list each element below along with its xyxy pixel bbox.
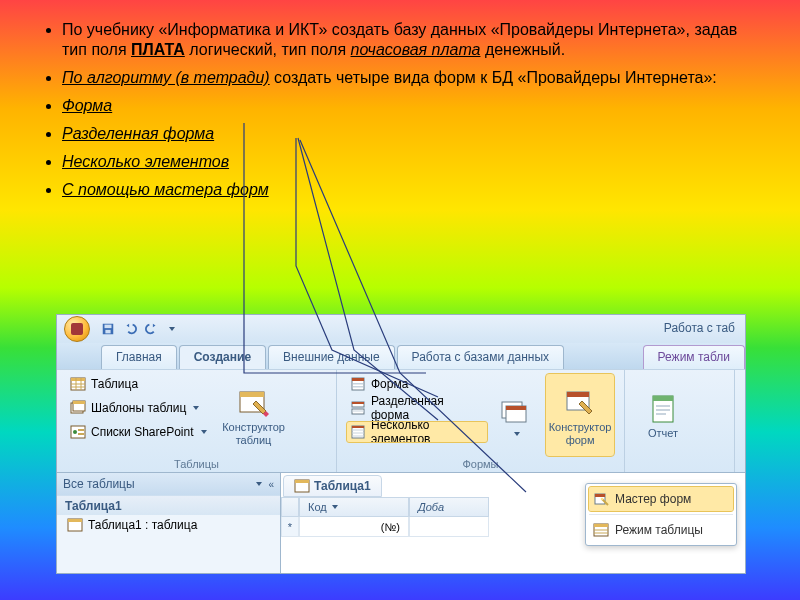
bullet-3: Форма	[62, 96, 760, 116]
qat-dropdown-icon[interactable]	[169, 327, 175, 331]
menu-form-wizard[interactable]: Мастер форм	[589, 487, 733, 511]
cmd-multiple-items[interactable]: Несколько элементов	[347, 422, 487, 442]
bullet-2: По алгоритму (в тетради) создать четыре …	[62, 68, 760, 88]
chevron-down-icon	[201, 430, 207, 434]
menu-datasheet-label: Режим таблицы	[615, 523, 703, 537]
menu-form-wizard-label: Мастер форм	[615, 492, 691, 506]
svg-rect-1	[105, 325, 112, 329]
tab-home[interactable]: Главная	[101, 345, 177, 369]
nav-header-label: Все таблицы	[63, 477, 135, 491]
cmd-table-label: Таблица	[91, 377, 138, 391]
split-form-icon	[350, 400, 366, 416]
datasheet-icon	[593, 522, 609, 538]
svg-rect-40	[656, 413, 666, 415]
chevron-down-icon	[193, 406, 199, 410]
svg-rect-4	[71, 378, 85, 381]
table-icon	[70, 376, 86, 392]
bullet-2-rest: создать четыре вида форм к БД «Провайдер…	[270, 69, 717, 86]
nav-category-label: Таблица1	[65, 499, 122, 513]
svg-rect-21	[353, 386, 363, 388]
svg-rect-2	[105, 330, 110, 334]
tab-external-data[interactable]: Внешние данные	[268, 345, 395, 369]
bullet-1-text-b: логический, тип поля	[185, 41, 351, 58]
tab-database-tools[interactable]: Работа с базами данных	[397, 345, 564, 369]
object-tab-label: Таблица1	[314, 479, 371, 493]
svg-rect-17	[240, 392, 264, 397]
svg-rect-39	[656, 409, 670, 411]
table-icon	[294, 478, 310, 494]
report-icon	[647, 393, 679, 425]
cmd-more-forms[interactable]	[495, 374, 538, 456]
svg-rect-19	[352, 378, 364, 381]
cmd-form-label: Форма	[371, 377, 408, 391]
svg-rect-11	[73, 401, 85, 404]
col-add-new[interactable]: Доба	[409, 497, 489, 517]
ribbon: Таблица Шаблоны таблиц Списки SharePoint…	[57, 369, 745, 473]
cmd-form-design[interactable]: Конструктор форм	[546, 374, 614, 456]
chevron-down-icon	[256, 482, 262, 486]
svg-point-13	[73, 430, 77, 434]
cmd-sharepoint-lists[interactable]: Списки SharePoint	[67, 422, 210, 442]
redo-icon[interactable]	[145, 322, 159, 336]
nav-category[interactable]: Таблица1	[57, 495, 280, 515]
bullet-1-strong: ПЛАТА	[131, 41, 185, 58]
svg-rect-37	[653, 396, 673, 401]
svg-rect-49	[594, 524, 608, 527]
nav-header[interactable]: Все таблицы «	[57, 473, 280, 495]
cell-id-new[interactable]: (№)	[299, 517, 409, 537]
cmd-sharepoint-label: Списки SharePoint	[91, 425, 194, 439]
nav-item-table1[interactable]: Таблица1 : таблица	[57, 515, 280, 535]
shutter-bar-icon[interactable]: «	[268, 479, 274, 490]
contextual-title: Работа с таб	[664, 321, 735, 335]
wizard-icon	[593, 491, 609, 507]
bullet-1-text-c: денежный.	[480, 41, 565, 58]
more-forms-menu: Мастер форм Режим таблицы	[585, 483, 737, 546]
svg-rect-44	[295, 480, 309, 483]
cmd-table-design-label: Конструктор таблиц	[218, 421, 290, 445]
select-all-cell[interactable]	[281, 497, 299, 517]
svg-point-47	[601, 498, 604, 501]
sharepoint-icon	[70, 424, 86, 440]
menu-datasheet[interactable]: Режим таблицы	[589, 518, 733, 542]
bullet-5: Несколько элементов	[62, 152, 760, 172]
cmd-table-design[interactable]: Конструктор таблиц	[218, 374, 290, 456]
object-tab-table1[interactable]: Таблица1	[283, 475, 382, 497]
access-screenshot: Работа с таб Главная Создание Внешние да…	[56, 314, 746, 574]
group-tables: Таблица Шаблоны таблиц Списки SharePoint…	[57, 370, 337, 472]
group-forms-label: Формы	[337, 458, 624, 470]
cmd-report[interactable]: Отчет	[635, 374, 691, 456]
bullet-6: С помощью мастера форм	[62, 180, 760, 200]
undo-icon[interactable]	[123, 322, 137, 336]
tab-create[interactable]: Создание	[179, 345, 266, 369]
office-button[interactable]	[57, 315, 97, 343]
quick-access-toolbar	[97, 322, 175, 336]
table-icon	[67, 517, 83, 533]
table-design-icon	[238, 387, 270, 419]
bullet-1-em: почасовая плата	[351, 41, 481, 58]
bullet-4: Разделенная форма	[62, 124, 760, 144]
save-icon[interactable]	[101, 322, 115, 336]
title-bar: Работа с таб	[57, 315, 745, 343]
svg-rect-38	[656, 405, 670, 407]
cmd-table-templates[interactable]: Шаблоны таблиц	[67, 398, 210, 418]
nav-item-label: Таблица1 : таблица	[88, 518, 197, 532]
cell-add-new[interactable]	[409, 517, 489, 537]
tab-contextual-datasheet[interactable]: Режим табли	[643, 345, 745, 369]
cmd-multiple-items-label: Несколько элементов	[371, 418, 484, 446]
cmd-table[interactable]: Таблица	[67, 374, 210, 394]
svg-rect-20	[353, 383, 363, 385]
cmd-form-design-label: Конструктор форм	[546, 421, 614, 445]
more-forms-icon	[500, 398, 532, 430]
row-selector-new[interactable]: *	[281, 517, 299, 537]
form-icon	[350, 376, 366, 392]
bullet-1: По учебнику «Информатика и ИКТ» создать …	[62, 20, 760, 60]
group-reports: Отчет	[625, 370, 735, 472]
bullet-2-u: По алгоритму (в тетради)	[62, 69, 270, 86]
svg-rect-35	[567, 392, 589, 397]
cmd-split-form[interactable]: Разделенная форма	[347, 398, 487, 418]
cmd-table-templates-label: Шаблоны таблиц	[91, 401, 186, 415]
table-templates-icon	[70, 400, 86, 416]
col-id[interactable]: Код	[299, 497, 409, 517]
cmd-form[interactable]: Форма	[347, 374, 487, 394]
cmd-report-label: Отчет	[648, 427, 678, 439]
